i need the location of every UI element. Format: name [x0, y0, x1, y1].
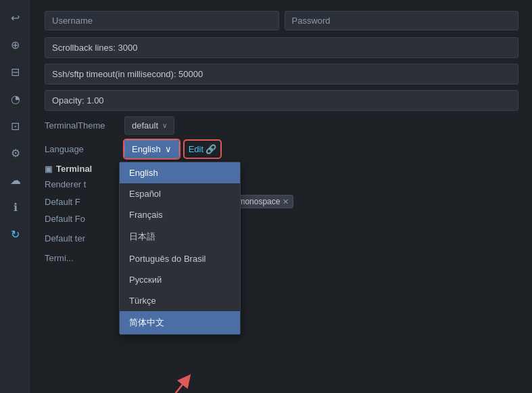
lang-option-turkish[interactable]: Türkçe: [120, 290, 240, 311]
edit-label: Edit: [189, 144, 203, 154]
lang-option-portuguese[interactable]: Português do Brasil: [120, 248, 240, 269]
lang-option-chinese[interactable]: 简体中文: [120, 311, 240, 334]
language-label: Language: [45, 144, 119, 154]
terminal-theme-label: TerminalTheme: [45, 120, 119, 131]
terminal-bg-row: Termi...: [45, 253, 518, 263]
edit-language-link[interactable]: Edit 🔗: [185, 141, 220, 158]
terminal-section-title: Terminal: [56, 164, 92, 174]
sidebar: ↩ ⊕ ⊟ ◔ ⊡ ⚙ ☁ ℹ ↻: [0, 0, 31, 393]
default-ter-row: Default ter: [45, 229, 518, 248]
main-content: Username Password Scrollback lines: 3000…: [31, 0, 532, 393]
renderer-label: Renderer t: [45, 179, 119, 189]
language-row: Language English ∨ Edit 🔗 English Españo…: [45, 140, 518, 158]
default-ter-label: Default ter: [45, 233, 119, 244]
default-font-label: Default F: [45, 197, 119, 207]
settings-icon[interactable]: ⚙: [3, 141, 28, 165]
username-field[interactable]: Username: [45, 11, 279, 30]
lang-option-english[interactable]: English: [120, 162, 240, 183]
terminal-section-header: ▣ Terminal: [45, 164, 518, 174]
font-tag-monospace-label: monospace: [238, 197, 280, 206]
lang-option-espanol[interactable]: Español: [120, 183, 240, 204]
language-dropdown-menu: English Español Français 日本語 Português d…: [119, 162, 241, 335]
scrollback-label: Scrollback lines: 3000: [52, 43, 137, 53]
opacity-row: Opacity: 1.00: [45, 90, 518, 111]
lang-option-francais[interactable]: Français: [120, 204, 240, 225]
password-field[interactable]: Password: [285, 11, 519, 30]
clock-icon[interactable]: ◔: [3, 87, 28, 111]
sync-icon[interactable]: ↻: [3, 222, 28, 246]
info-icon[interactable]: ℹ: [3, 195, 28, 219]
font-tag-monospace: monospace ✕: [233, 195, 293, 208]
image-icon[interactable]: ⊡: [3, 114, 28, 138]
opacity-label: Opacity: 1.00: [52, 95, 104, 106]
ssh-timeout-row: Ssh/sftp timeout(in millisecond): 50000: [45, 64, 518, 85]
font-tag-monospace-remove[interactable]: ✕: [283, 198, 289, 206]
language-chevron-icon: ∨: [165, 144, 172, 154]
link-icon: 🔗: [205, 144, 216, 154]
svg-line-0: [160, 379, 187, 393]
add-icon[interactable]: ⊕: [3, 32, 28, 57]
language-value: English: [132, 144, 161, 154]
default-font-size-label: Default Fo: [45, 214, 119, 224]
terminal-section-icon: ▣: [45, 164, 52, 174]
terminal-bg-label: Termi...: [45, 253, 119, 263]
lang-option-russian[interactable]: Русский: [120, 269, 240, 290]
cloud-icon[interactable]: ☁: [3, 168, 28, 192]
credential-row: Username Password: [45, 11, 518, 30]
scrollback-row: Scrollback lines: 3000: [45, 37, 518, 58]
chevron-down-icon: ∨: [162, 122, 167, 129]
terminal-theme-row: TerminalTheme default ∨: [45, 116, 518, 135]
back-icon[interactable]: ↩: [3, 5, 28, 30]
terminal-theme-dropdown[interactable]: default ∨: [124, 116, 174, 135]
renderer-row: Renderer t: [45, 179, 518, 189]
bookmark-icon[interactable]: ⊟: [3, 60, 28, 84]
default-font-row: Default F courier-new ✕ courier ✕ monosp…: [45, 195, 518, 208]
terminal-theme-value: default: [132, 120, 158, 131]
default-font-size-row: Default Fo: [45, 214, 518, 224]
lang-option-japanese[interactable]: 日本語: [120, 225, 240, 248]
language-dropdown[interactable]: English ∨: [124, 140, 179, 158]
ssh-timeout-label: Ssh/sftp timeout(in millisecond): 50000: [52, 69, 203, 79]
